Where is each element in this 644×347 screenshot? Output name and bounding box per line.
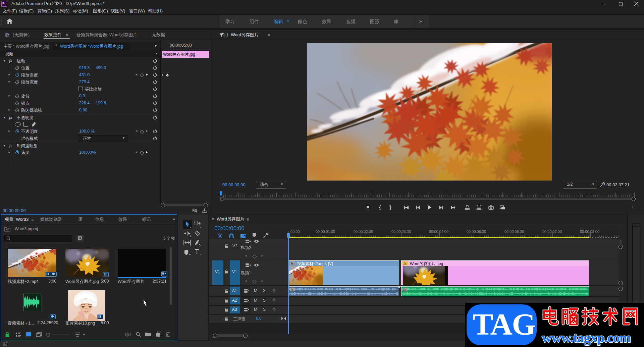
svg-text:fx: fx: [291, 288, 293, 291]
svg-text:fx: fx: [404, 261, 406, 265]
svg-text:fx: fx: [404, 288, 406, 291]
svg-text:fx: fx: [291, 261, 293, 265]
